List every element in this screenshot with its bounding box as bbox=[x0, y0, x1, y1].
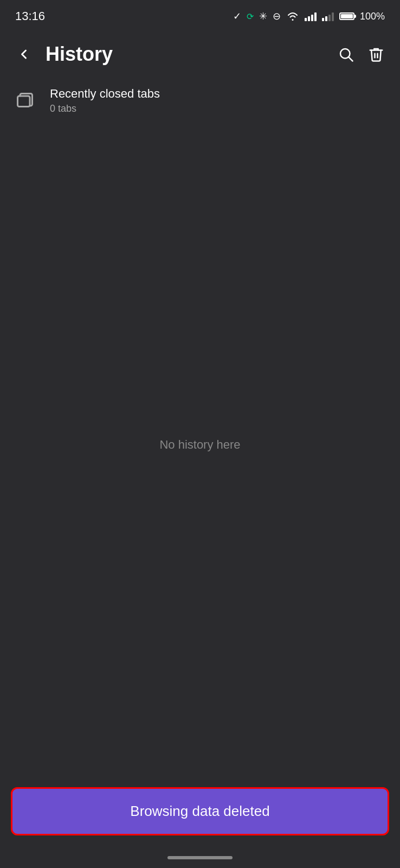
do-not-disturb-icon: ⊖ bbox=[273, 10, 281, 22]
delete-button[interactable] bbox=[363, 41, 389, 67]
shield-icon: ✓ bbox=[233, 10, 241, 22]
snackbar-message: Browsing data deleted bbox=[130, 803, 269, 820]
empty-content-area: No history here bbox=[0, 108, 400, 781]
recently-closed-title: Recently closed tabs bbox=[50, 87, 160, 101]
fan-icon: ✳ bbox=[259, 10, 267, 22]
leaf-icon: ⟳ bbox=[247, 11, 254, 22]
battery-percent: 100% bbox=[360, 11, 385, 22]
page-header: History bbox=[0, 33, 400, 76]
signal-full-icon bbox=[305, 11, 317, 21]
page-title: History bbox=[46, 43, 324, 66]
svg-rect-2 bbox=[18, 96, 30, 107]
status-icons: ✓ ⟳ ✳ ⊖ 100% bbox=[233, 10, 385, 22]
status-bar: 13:16 ✓ ⟳ ✳ ⊖ 100 bbox=[0, 0, 400, 33]
snackbar[interactable]: Browsing data deleted bbox=[11, 787, 389, 835]
battery-icon bbox=[339, 12, 354, 20]
signal-partial-icon bbox=[322, 11, 334, 21]
wifi-icon bbox=[286, 11, 299, 21]
snackbar-container: Browsing data deleted bbox=[11, 787, 389, 835]
svg-line-1 bbox=[349, 58, 353, 61]
no-history-message: No history here bbox=[159, 438, 240, 452]
home-indicator bbox=[167, 856, 233, 859]
status-time: 13:16 bbox=[15, 9, 45, 23]
search-button[interactable] bbox=[333, 41, 359, 67]
header-actions bbox=[333, 41, 389, 67]
back-button[interactable] bbox=[11, 41, 37, 67]
